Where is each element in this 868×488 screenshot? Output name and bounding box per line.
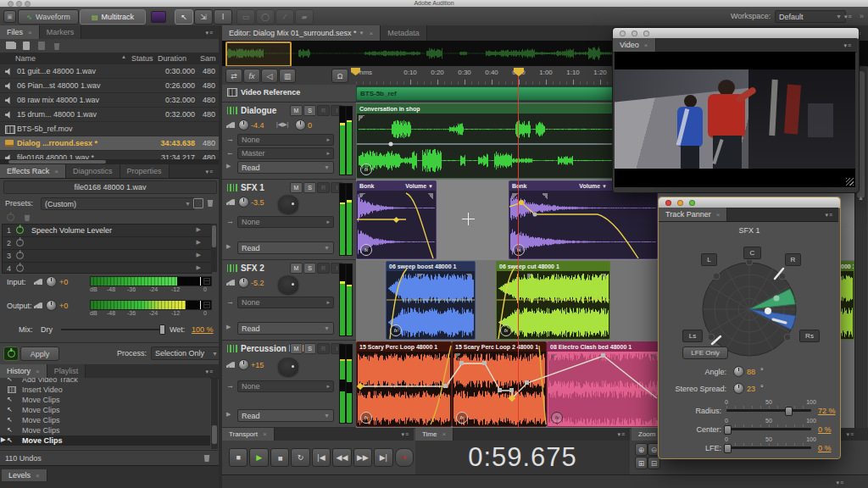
zoom-selection-icon[interactable]: ⊞ [635, 457, 648, 469]
history-item[interactable]: ↖Add Video Track [0, 378, 210, 385]
clip-fx-icon[interactable]: fx [456, 412, 468, 424]
history-item[interactable]: ▶↖Move Clips [0, 435, 210, 446]
surround-panner-icon[interactable] [278, 358, 298, 376]
col-sample[interactable]: Sam [200, 54, 216, 63]
play-button[interactable]: ▶ [249, 448, 268, 467]
delete-preset-icon[interactable] [207, 198, 214, 207]
volume-knob[interactable] [238, 119, 249, 130]
automation-mode-select[interactable]: Read▼ [237, 409, 334, 422]
panner-panel-menu-icon[interactable] [825, 212, 833, 219]
resize-grip-icon[interactable] [846, 178, 854, 186]
history-panel-menu-icon[interactable] [205, 369, 214, 375]
track-header-sfx1[interactable]: SFX 1 MSRI -3.5 → None▸ ▶ Read▼ [222, 180, 356, 260]
effect-slot[interactable]: 1Speech Volume Leveler▶ [3, 225, 211, 237]
automation-mode-select[interactable]: Read▼ [237, 241, 334, 254]
clip-video-ref[interactable]: BTS-5b_ref [356, 86, 620, 101]
track-input-select[interactable]: Master▸ [237, 147, 334, 159]
track-header-video[interactable]: Video Reference [222, 85, 356, 103]
traffic-light-close-icon[interactable] [620, 30, 626, 36]
tab-metadata[interactable]: Metadata [381, 25, 427, 41]
slider-track[interactable] [726, 446, 811, 449]
solo-button[interactable]: S [303, 263, 316, 274]
move-tool-button[interactable]: ↖ [175, 9, 193, 25]
slip-tool-button[interactable]: ⇲ [194, 9, 213, 25]
mute-button[interactable]: M [290, 182, 303, 193]
col-status[interactable]: Status [131, 54, 153, 63]
headphones-button[interactable]: Ω [331, 69, 348, 83]
track-panner-window[interactable]: Track Panner SFX 1 [658, 197, 841, 459]
mute-button[interactable]: M [290, 343, 303, 354]
panner-param-value[interactable]: 88 [747, 368, 755, 376]
automation-mode-select[interactable]: Read▼ [237, 161, 334, 174]
col-duration[interactable]: Duration [158, 54, 186, 63]
wet-value[interactable]: 100 % [192, 325, 214, 334]
chevron-right-icon[interactable]: ▶ [197, 264, 201, 271]
go-start-button[interactable]: |◀ [312, 448, 331, 467]
history-item[interactable]: ↖Move Clips [0, 395, 210, 405]
arm-record-button[interactable]: R [317, 263, 330, 274]
effect-power-icon[interactable] [16, 226, 24, 234]
volume-knob[interactable] [238, 197, 249, 208]
history-item[interactable]: Insert Video [0, 385, 210, 395]
channel-button-rs[interactable]: Rs [799, 330, 820, 342]
panner-param-knob[interactable] [733, 366, 744, 377]
effect-power-icon[interactable] [16, 239, 24, 247]
history-trash-icon[interactable] [203, 453, 210, 462]
statusbar-menu-icon[interactable] [836, 480, 844, 486]
tab-history[interactable]: History [0, 364, 47, 378]
surround-panner-icon[interactable] [278, 275, 298, 294]
presets-select[interactable]: (Custom)▼ [41, 197, 195, 210]
clip-perc-loop1[interactable]: 15 Scary Perc Loop 48000 1 fx [356, 341, 452, 427]
clip-fx-icon[interactable]: fx [551, 412, 563, 424]
waveform-button[interactable]: ∿ Waveform [18, 9, 79, 25]
clip-fx-icon[interactable]: fx [360, 244, 372, 256]
file-row[interactable]: 08 raw mix 48000 1.wav0:32.000480 [0, 93, 219, 108]
chevron-down-icon[interactable]: ▼ [359, 30, 364, 36]
scroll-up-icon[interactable]: ▲ [858, 195, 864, 201]
panner-param-knob[interactable] [733, 383, 744, 394]
lasso-tool-button[interactable]: ◯ [256, 9, 275, 25]
solo-button[interactable]: S [303, 105, 316, 116]
process-select[interactable]: Selection Only▼ [151, 347, 222, 360]
clip-electro-clash[interactable]: 08 Electro Clash bed 48000 1 fx [547, 341, 659, 427]
slider-handle[interactable] [724, 444, 732, 453]
volume-value[interactable]: -4.4 [251, 121, 264, 130]
traffic-light-min-icon[interactable] [632, 30, 637, 36]
file-row[interactable]: Dialog ...rround.sesx *34:43.638480 [0, 136, 219, 151]
channel-button-l[interactable]: L [701, 253, 717, 266]
tab-time[interactable]: Time [415, 428, 453, 441]
time-menu-icon[interactable] [617, 431, 626, 438]
solo-button[interactable]: S [303, 182, 316, 193]
tab-playlist[interactable]: Playlist [47, 364, 86, 378]
effects-vscrollbar[interactable] [211, 224, 217, 272]
clip-sweep-cut[interactable]: 06 sweep cut 48000 1 fx [496, 261, 610, 340]
output-gain-knob[interactable] [46, 300, 57, 311]
volume-value[interactable]: -3.5 [251, 198, 264, 207]
video-panel-menu-icon[interactable] [843, 42, 852, 49]
traffic-light-max-icon[interactable] [689, 200, 695, 206]
video-window[interactable]: Video [612, 27, 860, 193]
effects-view-button[interactable]: fx [243, 69, 260, 83]
channel-button-c[interactable]: C [743, 247, 761, 259]
panner-slider-value[interactable]: 0 % [818, 425, 832, 434]
track-output-select[interactable]: None▸ [237, 380, 334, 392]
traffic-light-min-icon[interactable] [677, 200, 683, 206]
tab-video[interactable]: Video [613, 38, 656, 52]
transport-menu-icon[interactable] [401, 431, 409, 438]
go-end-button[interactable]: ▶| [374, 448, 392, 467]
mute-button[interactable]: M [290, 105, 303, 116]
tab-levels[interactable]: Levels [2, 469, 47, 481]
time-display[interactable]: 0:59.675 [415, 441, 630, 474]
effect-slot[interactable]: 3▶ [3, 250, 211, 263]
rack-power-button[interactable] [3, 347, 19, 361]
history-item[interactable]: ↖Move Clips [0, 425, 210, 435]
toolbar-overflow-icon[interactable]: » [860, 12, 864, 20]
tab-transport[interactable]: Transport [222, 428, 275, 441]
col-name[interactable]: Name [15, 54, 36, 63]
clip-perc-loop2[interactable]: 15 Scary Perc Loop 2 48000 1 fx [452, 341, 547, 427]
vscroll-thumb[interactable] [212, 225, 216, 247]
healing-tool-button[interactable]: ▰ [295, 9, 314, 25]
slider-handle[interactable] [724, 425, 732, 435]
rewind-button[interactable]: ◀◀ [332, 448, 351, 467]
track-output-select[interactable]: None▸ [237, 216, 334, 228]
